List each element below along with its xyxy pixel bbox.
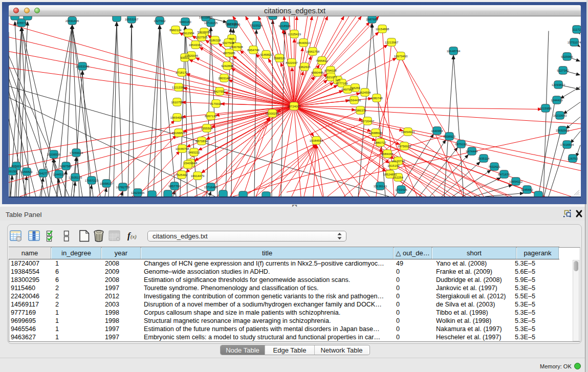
svg-text:1615152: 1615152	[387, 164, 400, 167]
svg-text:7357224: 7357224	[225, 22, 237, 25]
svg-text:20053346: 20053346	[76, 64, 90, 68]
svg-text:1610755: 1610755	[171, 100, 183, 103]
svg-text:1144519: 1144519	[53, 172, 66, 176]
svg-text:7955812: 7955812	[316, 59, 328, 62]
svg-text:9474444: 9474444	[466, 149, 478, 152]
svg-text:12505135: 12505135	[69, 176, 82, 179]
svg-text:8322037: 8322037	[286, 61, 298, 64]
svg-text:7625402: 7625402	[176, 173, 188, 176]
svg-text:12213369: 12213369	[172, 85, 186, 89]
svg-text:9084067: 9084067	[381, 152, 394, 155]
svg-text:1733426: 1733426	[395, 188, 407, 191]
svg-text:1588520: 1588520	[273, 56, 286, 59]
svg-text:39150: 39150	[9, 169, 17, 172]
svg-text:11172: 11172	[573, 28, 581, 31]
svg-text:10046768: 10046768	[176, 147, 189, 150]
svg-text:15751074: 15751074	[568, 40, 581, 43]
svg-text:16914479: 16914479	[191, 174, 205, 177]
svg-text:17359924: 17359924	[70, 151, 83, 154]
svg-text:8873834: 8873834	[195, 139, 208, 142]
svg-text:546: 546	[229, 37, 235, 40]
svg-text:53226058: 53226058	[198, 30, 211, 33]
svg-text:9327505: 9327505	[195, 35, 208, 38]
svg-text:10958107: 10958107	[100, 182, 114, 185]
svg-text:12093822: 12093822	[552, 83, 565, 86]
svg-text:11325419: 11325419	[288, 32, 301, 35]
svg-text:16543362: 16543362	[189, 43, 203, 46]
svg-text:10719155: 10719155	[204, 21, 218, 24]
svg-text:20691406: 20691406	[66, 19, 79, 22]
svg-text:16782759: 16782759	[116, 185, 130, 188]
svg-text:9777169: 9777169	[336, 81, 348, 84]
svg-text:15692901: 15692901	[556, 128, 570, 132]
svg-text:9146821: 9146821	[260, 53, 272, 56]
svg-text:2687682: 2687682	[366, 17, 378, 20]
svg-text:1080748: 1080748	[371, 96, 383, 99]
svg-text:12942737: 12942737	[36, 171, 50, 174]
svg-text:15716485: 15716485	[204, 185, 218, 188]
svg-text:1527602: 1527602	[154, 19, 166, 22]
svg-text:15136141: 15136141	[374, 184, 387, 187]
svg-text:20206536: 20206536	[47, 152, 61, 156]
svg-text:9857791: 9857791	[168, 184, 181, 187]
svg-text:8471676: 8471676	[498, 172, 510, 176]
svg-text:10553267: 10553267	[125, 17, 139, 20]
svg-text:16648784: 16648784	[447, 49, 461, 52]
svg-text:16120746: 16120746	[391, 159, 405, 162]
svg-text:3493222: 3493222	[188, 150, 200, 154]
svg-text:6990448: 6990448	[311, 71, 323, 74]
svg-text:3624554: 3624554	[359, 91, 371, 94]
svg-text:12213967: 12213967	[385, 40, 399, 43]
svg-text:6794028: 6794028	[324, 69, 337, 72]
svg-text:19654983: 19654983	[170, 116, 184, 119]
svg-text:9097588: 9097588	[60, 164, 72, 167]
svg-text:8938923: 8938923	[443, 135, 455, 138]
svg-text:18724007: 18724007	[287, 104, 301, 107]
svg-text:9227342: 9227342	[557, 69, 569, 72]
svg-text:19756928: 19756928	[398, 144, 411, 147]
svg-text:1640954: 1640954	[431, 129, 443, 132]
svg-text:17016504: 17016504	[560, 143, 574, 146]
svg-text:19654923: 19654923	[401, 130, 415, 133]
svg-text:252254: 252254	[393, 176, 404, 179]
svg-text:2935114: 2935114	[478, 157, 490, 160]
svg-text:8960124: 8960124	[169, 28, 182, 31]
svg-text:16033809: 16033809	[199, 16, 213, 19]
svg-text:12923446: 12923446	[131, 191, 145, 194]
svg-text:1244419: 1244419	[551, 98, 563, 101]
svg-text:1156829: 1156829	[21, 170, 33, 173]
svg-text:835001: 835001	[11, 164, 22, 167]
svg-text:16210643: 16210643	[553, 114, 567, 117]
svg-text:9327508: 9327508	[222, 41, 234, 44]
svg-text:15720407: 15720407	[361, 119, 375, 122]
svg-text:2367608: 2367608	[231, 45, 243, 48]
svg-text:2170011: 2170011	[210, 102, 223, 105]
svg-text:8427552: 8427552	[213, 90, 226, 93]
svg-text:3215958: 3215958	[539, 106, 552, 110]
svg-text:7515524: 7515524	[250, 24, 263, 27]
svg-text:15409948: 15409948	[184, 161, 198, 164]
svg-text:8875685: 8875685	[223, 51, 235, 54]
svg-text:93901: 93901	[181, 56, 189, 59]
svg-text:2718170: 2718170	[176, 71, 188, 74]
svg-text:9242848: 9242848	[221, 64, 233, 67]
svg-text:25300295: 25300295	[266, 112, 279, 115]
svg-text:10654112: 10654112	[509, 180, 523, 183]
svg-text:8813054: 8813054	[267, 16, 279, 17]
svg-text:7632621: 7632621	[488, 165, 500, 168]
svg-text:21564436: 21564436	[347, 98, 361, 101]
svg-text:2803144: 2803144	[218, 76, 230, 79]
svg-text:8267130: 8267130	[205, 114, 217, 117]
svg-text:126753: 126753	[568, 157, 578, 160]
svg-text:10973493: 10973493	[394, 54, 408, 57]
svg-text:746266: 746266	[350, 86, 361, 89]
svg-text:18640910: 18640910	[297, 41, 311, 44]
svg-text:17957223: 17957223	[85, 179, 99, 182]
svg-text:19384554: 19384554	[310, 139, 323, 142]
svg-text:1355504: 1355504	[201, 126, 213, 129]
svg-text:9245652: 9245652	[521, 188, 533, 191]
svg-text:9329966: 9329966	[561, 55, 573, 58]
svg-text:8912954: 8912954	[182, 31, 194, 34]
svg-text:16961758: 16961758	[306, 50, 320, 53]
svg-text:8186328: 8186328	[209, 38, 221, 41]
